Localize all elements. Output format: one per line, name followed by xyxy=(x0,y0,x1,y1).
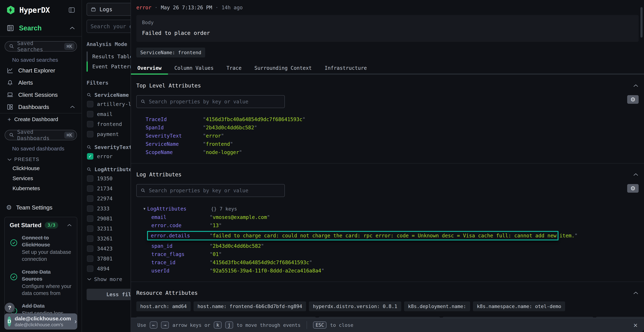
attribute-value[interactable]: 01 xyxy=(210,251,222,257)
attribute-key[interactable]: userId xyxy=(151,268,210,274)
attribute-key[interactable]: error.code xyxy=(151,222,210,228)
checkbox[interactable]: ✓ xyxy=(87,175,94,182)
filter-option[interactable]: ✓ 21734 xyxy=(87,184,130,192)
checkbox[interactable]: ✓ xyxy=(87,226,94,232)
checkbox[interactable]: ✓ xyxy=(87,205,94,212)
attribute-row[interactable]: trace_id 4156d3fbc40a64854d9dc7f68641593… xyxy=(136,258,639,266)
attribute-value[interactable]: 2b43d0c4dd6bc582 xyxy=(203,125,257,130)
attribute-row[interactable]: ServiceName frontend xyxy=(136,140,639,148)
resource-attribute-chip[interactable]: k8s.namespace.name: otel-demo xyxy=(473,302,565,311)
filter-option[interactable]: ✓ email xyxy=(87,110,130,118)
resource-attribute-chip[interactable]: k8s.deployment.name: xyxy=(404,302,470,311)
source-selector[interactable]: Logs xyxy=(86,3,130,16)
checkbox[interactable]: ✓ xyxy=(87,256,94,262)
filter-option[interactable]: ✓ 37801 xyxy=(87,255,130,262)
detail-tab[interactable]: Trace xyxy=(220,62,248,74)
filter-option[interactable]: ✓ error xyxy=(87,152,130,160)
service-name-chip[interactable]: ServiceName: frontend xyxy=(136,48,205,58)
attribute-key[interactable]: ScopeName xyxy=(146,149,203,155)
filter-option[interactable]: ✓ 4894 xyxy=(87,265,130,272)
sidebar-item-chart-explorer[interactable]: Chart Explorer xyxy=(5,64,77,76)
saved-searches-input[interactable]: Saved Searches ⌘K xyxy=(5,41,77,52)
chevron-up-icon[interactable] xyxy=(70,105,75,108)
get-started-item[interactable]: Create Data Sources Configure where your… xyxy=(10,268,72,297)
detail-tab[interactable]: Column Values xyxy=(168,62,220,74)
filter-option[interactable]: ✓ 2333 xyxy=(87,205,130,212)
close-icon[interactable]: ✕ xyxy=(634,321,638,329)
chevron-up-icon[interactable] xyxy=(633,84,639,87)
analysis-mode-option[interactable]: Results Table xyxy=(86,52,130,62)
checkbox[interactable]: ✓ xyxy=(87,195,94,202)
help-button[interactable]: ? xyxy=(5,303,15,313)
preset-item[interactable]: Services xyxy=(5,173,77,183)
attribute-value[interactable]: 2b43d0c4dd6bc582 xyxy=(210,243,264,249)
attribute-row[interactable]: trace_flags 01 xyxy=(136,250,639,258)
event-search-input[interactable]: Search your events... xyxy=(86,20,130,33)
sidebar-item-search[interactable]: Search xyxy=(5,20,77,36)
attribute-key[interactable]: span_id xyxy=(151,243,210,249)
attribute-row[interactable]: error.code 13 xyxy=(136,221,639,230)
less-filters-button[interactable]: Less filters xyxy=(86,289,130,300)
attribute-key[interactable]: ServiceName xyxy=(146,141,203,147)
resource-attribute-chip[interactable]: host.arch: amd64 xyxy=(136,302,191,311)
filter-group-servicename[interactable]: ServiceName xyxy=(86,92,130,98)
attribute-value[interactable]: vmoses@example.com xyxy=(210,214,270,220)
chevron-up-icon[interactable] xyxy=(67,224,72,227)
property-search-input[interactable]: Search properties by key or value xyxy=(136,184,285,197)
attribute-key[interactable]: email xyxy=(151,214,210,220)
attribute-key[interactable]: error.details xyxy=(151,233,210,238)
resource-attribute-chip[interactable]: hyperdx.distro.version: 0.8.1 xyxy=(309,302,401,311)
resource-attribute-chip[interactable]: host.name: frontend-6b6c8d7bfd-ng894 xyxy=(194,302,306,311)
analysis-mode-option[interactable]: Event Patterns xyxy=(86,62,130,72)
caret-icon[interactable]: ▾ xyxy=(144,206,146,211)
attribute-value[interactable]: failed to charge card: could not charge … xyxy=(210,233,578,238)
attribute-value[interactable]: 4156d3fbc40a64854d9dc7f68641593c xyxy=(203,116,305,122)
get-started-header[interactable]: Get Started 3/3 xyxy=(10,222,72,228)
settings-gear-button[interactable]: ⚙ xyxy=(627,95,639,104)
attribute-row[interactable]: email vmoses@example.com xyxy=(136,213,639,221)
filter-option[interactable]: ✓ 19350 xyxy=(87,174,130,182)
checkbox[interactable]: ✓ xyxy=(87,236,94,242)
detail-tab[interactable]: Infrastructure xyxy=(318,62,373,74)
presets-toggle[interactable]: PRESETS xyxy=(7,157,77,162)
detail-tab[interactable]: Overview xyxy=(131,62,168,74)
sidebar-item-client-sessions[interactable]: Client Sessions xyxy=(5,89,77,101)
settings-gear-button[interactable]: ⚙ xyxy=(627,184,639,193)
log-attributes-root-row[interactable]: ▾ LogAttributes {} 7 keys xyxy=(136,204,639,213)
attribute-key[interactable]: SpanId xyxy=(146,125,203,130)
attribute-value[interactable]: 92a55156-39a4-11f0-8ddd-a2eca416a8a4 xyxy=(210,268,324,274)
filter-option[interactable]: ✓ payment xyxy=(87,130,130,138)
attribute-row[interactable]: userId 92a55156-39a4-11f0-8ddd-a2eca416a… xyxy=(136,266,639,275)
attribute-key[interactable]: LogAttributes xyxy=(147,206,211,212)
chevron-up-icon[interactable] xyxy=(70,26,75,30)
user-menu[interactable]: D dale@clickhouse.com dale@clickhouse.co… xyxy=(4,314,77,330)
filter-option[interactable]: ✓ 33261 xyxy=(87,235,130,242)
saved-dashboards-input[interactable]: Saved Dashboards ⌘K xyxy=(5,130,77,140)
create-dashboard-button[interactable]: + Create Dashboard xyxy=(5,114,77,125)
checkbox[interactable]: ✓ xyxy=(87,185,94,192)
detail-tab[interactable]: Surrounding Context xyxy=(248,62,318,74)
checkbox[interactable]: ✓ xyxy=(87,153,94,160)
attribute-value[interactable]: 4156d3fbc40a64854d9dc7f68641593c xyxy=(210,260,312,266)
filter-option[interactable]: ✓ 34423 xyxy=(87,245,130,252)
attribute-value[interactable]: 13 xyxy=(210,222,222,228)
sidebar-item-team-settings[interactable]: ⚙ Team Settings xyxy=(5,201,77,214)
scrollbar-thumb[interactable] xyxy=(640,7,642,38)
checkbox[interactable]: ✓ xyxy=(87,246,94,252)
attribute-row[interactable]: error.details failed to charge card: cou… xyxy=(147,231,558,240)
filter-group-severitytext[interactable]: SeverityText xyxy=(86,144,130,150)
checkbox[interactable]: ✓ xyxy=(87,266,94,272)
attribute-row[interactable]: SpanId 2b43d0c4dd6bc582 xyxy=(136,124,639,132)
attribute-key[interactable]: trace_flags xyxy=(151,251,210,257)
attribute-row[interactable]: TraceId 4156d3fbc40a64854d9dc7f68641593c xyxy=(136,115,639,124)
attribute-value[interactable]: error xyxy=(203,133,224,139)
checkbox[interactable]: ✓ xyxy=(87,101,94,107)
attribute-row[interactable]: SeverityText error xyxy=(136,132,639,140)
checkbox[interactable]: ✓ xyxy=(87,131,94,138)
filter-option[interactable]: ✓ 29081 xyxy=(87,215,130,222)
attribute-value[interactable]: frontend xyxy=(203,141,233,147)
attribute-key[interactable]: trace_id xyxy=(151,260,210,266)
property-search-input[interactable]: Search properties by key or value xyxy=(136,95,285,108)
filter-option[interactable]: ✓ 32311 xyxy=(87,225,130,232)
sidebar-item-dashboards[interactable]: Dashboards xyxy=(5,101,77,113)
